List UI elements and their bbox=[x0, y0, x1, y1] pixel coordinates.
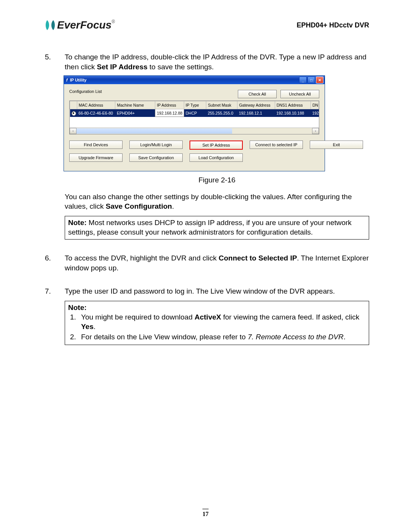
cell-ip-editable[interactable]: 192.168.12.88 bbox=[155, 109, 184, 117]
table-row[interactable]: 66-80-C2-46-E6-80 EPHD04+ 192.168.12.88 … bbox=[70, 109, 319, 117]
cell-machine[interactable]: EPHD04+ bbox=[115, 109, 155, 117]
scroll-left-icon[interactable]: ‹ bbox=[70, 128, 76, 134]
col-gateway[interactable]: Gateway Address bbox=[237, 101, 275, 109]
titlebar: f IP Utility _ □ ✕ bbox=[64, 76, 325, 84]
note-item: You might be required to download Active… bbox=[78, 312, 366, 331]
col-dns1[interactable]: DNS1 Address bbox=[275, 101, 311, 109]
row-select-radio[interactable] bbox=[72, 111, 76, 116]
logo: EverFocus® bbox=[45, 19, 115, 31]
cell-subnet[interactable]: 255.255.255.0 bbox=[206, 109, 237, 117]
minimize-button[interactable]: _ bbox=[299, 77, 307, 83]
maximize-button[interactable]: □ bbox=[307, 77, 315, 83]
note-item: For details on the Live View window, ple… bbox=[78, 332, 366, 342]
logo-icon bbox=[45, 19, 56, 31]
step-content: To change the IP address, double-click t… bbox=[65, 52, 369, 240]
col-mac[interactable]: MAC Address bbox=[77, 101, 115, 109]
page-number: — 17 bbox=[0, 507, 411, 518]
figure-ip-utility: f IP Utility _ □ ✕ Configuratio bbox=[64, 75, 369, 171]
page-body: 5. To change the IP address, double-clic… bbox=[45, 52, 369, 345]
step-5: 5. To change the IP address, double-clic… bbox=[45, 52, 369, 240]
figure-caption: Figure 2-16 bbox=[65, 175, 369, 185]
table-header-row: MAC Address Machine Name IP Address IP T… bbox=[70, 101, 319, 109]
col-machine[interactable]: Machine Name bbox=[115, 101, 155, 109]
find-devices-button[interactable]: Find Devices bbox=[69, 141, 123, 149]
login-button[interactable]: Login/Multi Login bbox=[129, 141, 183, 149]
close-button[interactable]: ✕ bbox=[316, 77, 323, 83]
uncheck-all-button[interactable]: Uncheck All bbox=[280, 90, 319, 98]
cell-type[interactable]: DHCP bbox=[184, 109, 206, 117]
step-content: Type the user ID and password to log in.… bbox=[65, 286, 369, 345]
scroll-right-icon[interactable]: › bbox=[312, 128, 319, 134]
step-number: 5. bbox=[45, 52, 52, 240]
note-box: Note: You might be required to download … bbox=[65, 301, 369, 345]
app-icon: f bbox=[66, 77, 68, 83]
product-name: EPHD04+ HDcctv DVR bbox=[296, 21, 369, 29]
col-ip[interactable]: IP Address bbox=[155, 101, 184, 109]
cell-gateway[interactable]: 192.168.12.1 bbox=[237, 109, 275, 117]
window-title: IP Utility bbox=[70, 77, 87, 83]
document-page: EverFocus® EPHD04+ HDcctv DVR 5. To chan… bbox=[0, 0, 411, 532]
ip-utility-window: f IP Utility _ □ ✕ Configuratio bbox=[64, 75, 325, 171]
col-type[interactable]: IP Type bbox=[184, 101, 206, 109]
upgrade-firmware-button[interactable]: Upgrade Firmware bbox=[69, 153, 123, 162]
cell-mac[interactable]: 66-80-C2-46-E6-80 bbox=[77, 109, 115, 117]
horizontal-scrollbar[interactable]: ‹ › bbox=[70, 128, 319, 134]
page-header: EverFocus® EPHD04+ HDcctv DVR bbox=[45, 19, 369, 31]
device-table: MAC Address Machine Name IP Address IP T… bbox=[69, 101, 319, 134]
col-select[interactable] bbox=[70, 101, 77, 109]
load-configuration-button[interactable]: Load Configuration bbox=[190, 153, 243, 162]
step-7: 7. Type the user ID and password to log … bbox=[45, 286, 369, 345]
check-all-button[interactable]: Check All bbox=[238, 90, 277, 98]
exit-button[interactable]: Exit bbox=[310, 141, 363, 149]
connect-button[interactable]: Connect to selected IP bbox=[250, 141, 303, 149]
col-dns2[interactable]: DN bbox=[311, 101, 319, 109]
save-configuration-button[interactable]: Save Configuration bbox=[129, 153, 183, 162]
note-box: Note: Most networks uses DHCP to assign … bbox=[65, 216, 369, 240]
set-ip-address-button[interactable]: Set IP Address bbox=[190, 141, 243, 150]
step-content: To access the DVR, highlight the DVR and… bbox=[65, 253, 369, 273]
col-subnet[interactable]: Subnet Mask bbox=[206, 101, 237, 109]
step-number: 6. bbox=[45, 253, 52, 273]
logo-text: EverFocus® bbox=[57, 19, 115, 31]
cell-dns2[interactable]: 192 bbox=[311, 109, 319, 117]
step-number: 7. bbox=[45, 286, 52, 345]
step-6: 6. To access the DVR, highlight the DVR … bbox=[45, 253, 369, 273]
cell-dns1[interactable]: 192.168.10.188 bbox=[275, 109, 311, 117]
